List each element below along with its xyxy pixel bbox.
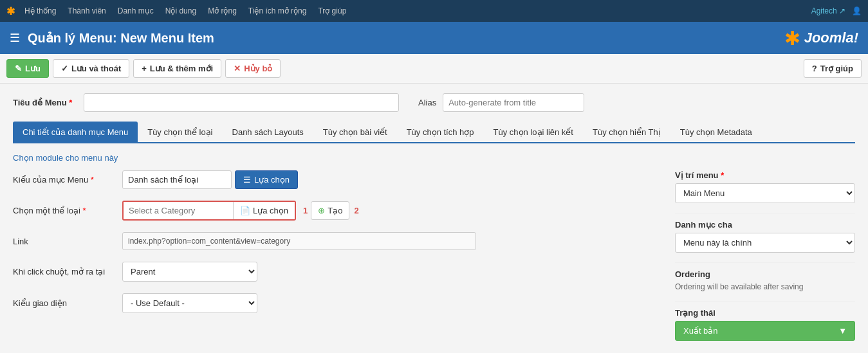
- lua-chon-cat-button[interactable]: 📄 Lựa chọn: [233, 202, 295, 219]
- divider-1: [675, 213, 855, 213]
- file-icon: 📄: [240, 206, 250, 215]
- tab-tichgop[interactable]: Tùy chọn tích hợp: [397, 122, 484, 142]
- khi-click-controls: Parent: [122, 262, 257, 282]
- danh-muc-cha-label: Danh mục cha: [675, 220, 855, 230]
- header-bar: ☰ Quản lý Menu: New Menu Item ✱ Joomla!: [0, 22, 868, 54]
- page-title: Quản lý Menu: New Menu Item: [28, 30, 784, 46]
- toolbar: ✎ Lưu ✓ Lưu và thoát + Lưu & thêm mới ✕ …: [0, 54, 868, 84]
- joomla-logo: ✱ Joomla!: [784, 27, 858, 50]
- menu-title-label: Tiêu đề Menu *: [13, 98, 77, 107]
- category-select-area: 📄 Lựa chọn: [122, 201, 296, 221]
- title-alias-row: Tiêu đề Menu * Alias: [13, 93, 855, 112]
- required-marker: *: [69, 98, 72, 107]
- tao-button[interactable]: ⊕ Tạo: [311, 201, 349, 220]
- kieu-giao-dien-label: Kiểu giao diện: [13, 298, 116, 308]
- plus-circle-icon: ⊕: [318, 206, 325, 215]
- link-row: Link: [13, 232, 662, 250]
- divider-2: [675, 262, 855, 263]
- tab-lienket[interactable]: Tùy chọn loại liên kết: [484, 122, 583, 142]
- kieu-muc-menu-input: [122, 170, 232, 189]
- joomla-nav-logo: ✱: [6, 5, 15, 17]
- check-icon: ✓: [61, 64, 68, 73]
- nav-danh-muc[interactable]: Danh mục: [118, 6, 154, 15]
- vi-tri-menu-select[interactable]: Main Menu: [675, 183, 855, 203]
- save-button[interactable]: ✎ Lưu: [6, 59, 49, 78]
- trang-thai-select[interactable]: Xuất bản ▼: [675, 321, 855, 341]
- link-controls: [122, 232, 476, 250]
- tab-tuychon[interactable]: Tùy chọn thể loại: [138, 122, 222, 142]
- left-panel: Kiểu của mục Menu * ☰ Lựa chọn Chọn một …: [13, 170, 662, 350]
- joomla-brand-text: Joomla!: [804, 30, 858, 46]
- vi-tri-menu-section: Vị trí menu * Main Menu: [675, 170, 855, 203]
- nav-he-thong[interactable]: Hệ thống: [24, 6, 56, 15]
- save-icon: ✎: [15, 64, 22, 73]
- agitech-link[interactable]: Agitech ↗: [811, 6, 845, 15]
- user-icon[interactable]: 👤: [852, 6, 862, 15]
- khi-click-row: Khi click chuột, mở ra tại Parent: [13, 262, 662, 282]
- ordering-label: Ordering: [675, 269, 855, 279]
- kieu-muc-menu-row: Kiểu của mục Menu * ☰ Lựa chọn: [13, 170, 662, 189]
- nav-right-area: Agitech ↗ 👤: [811, 6, 862, 15]
- alias-input[interactable]: [443, 93, 584, 112]
- save-new-button[interactable]: + Lưu & thêm mới: [133, 59, 221, 78]
- chon-module-link[interactable]: Chọn module cho menu này: [13, 150, 118, 169]
- chon-the-loai-controls: 📄 Lựa chọn 1 ⊕ Tạo 2: [122, 201, 359, 221]
- help-icon: ?: [812, 64, 817, 73]
- nav-tien-ich[interactable]: Tiện ích mở rộng: [248, 6, 307, 15]
- menu-title-input[interactable]: [84, 93, 399, 112]
- cancel-icon: ✕: [234, 64, 241, 73]
- main-content: Tiêu đề Menu * Alias Chi tiết của danh m…: [0, 84, 868, 353]
- kieu-muc-menu-controls: ☰ Lựa chọn: [122, 170, 298, 189]
- kieu-giao-dien-row: Kiểu giao diện - Use Default -: [13, 293, 662, 313]
- tab-layouts[interactable]: Danh sách Layouts: [223, 122, 313, 142]
- nav-menu: Hệ thống Thành viên Danh mục Nội dung Mở…: [24, 6, 811, 15]
- nav-mo-rong[interactable]: Mở rộng: [208, 6, 237, 15]
- badge-2: 2: [354, 206, 358, 215]
- help-button[interactable]: ? Trợ giúp: [804, 59, 862, 78]
- kieu-giao-dien-controls: - Use Default -: [122, 293, 257, 313]
- trang-thai-section: Trạng thái Xuất bản ▼: [675, 308, 855, 341]
- danh-muc-cha-section: Danh mục cha Menu này là chính: [675, 220, 855, 253]
- kieu-muc-menu-label: Kiểu của mục Menu *: [13, 175, 116, 185]
- divider-3: [675, 301, 855, 302]
- nav-tro-giup[interactable]: Trợ giúp: [318, 6, 346, 15]
- dropdown-arrow-icon: ▼: [838, 326, 847, 336]
- save-close-button[interactable]: ✓ Lưu và thoát: [53, 59, 129, 78]
- tab-chitiet[interactable]: Chi tiết của danh mục Menu: [13, 122, 138, 142]
- tab-baiviet[interactable]: Tùy chọn bài viết: [313, 122, 397, 142]
- plus-icon: +: [142, 64, 147, 73]
- joomla-star-icon: ✱: [784, 27, 800, 50]
- khi-click-select[interactable]: Parent: [122, 262, 257, 282]
- danh-muc-cha-select[interactable]: Menu này là chính: [675, 233, 855, 253]
- link-input: [122, 232, 476, 250]
- hamburger-icon: ☰: [10, 31, 20, 45]
- tab-hienthi[interactable]: Tùy chọn hiển Thị: [583, 122, 670, 142]
- khi-click-label: Khi click chuột, mở ra tại: [13, 267, 116, 276]
- nav-noi-dung[interactable]: Nội dung: [165, 6, 196, 15]
- top-navigation: ✱ Hệ thống Thành viên Danh mục Nội dung …: [0, 0, 868, 22]
- tab-bar: Chi tiết của danh mục Menu Tùy chọn thể …: [13, 122, 855, 143]
- trang-thai-label: Trạng thái: [675, 308, 855, 318]
- ordering-text: Ordering will be available after saving: [675, 282, 855, 291]
- lua-chon-kieu-button[interactable]: ☰ Lựa chọn: [235, 170, 298, 189]
- badge-1: 1: [303, 206, 308, 215]
- nav-thanh-vien[interactable]: Thành viên: [68, 6, 106, 15]
- alias-label: Alias: [418, 98, 436, 107]
- chon-the-loai-label: Chọn một thể loại *: [13, 206, 116, 215]
- category-input[interactable]: [124, 202, 233, 219]
- link-label: Link: [13, 237, 116, 246]
- ordering-section: Ordering Ordering will be available afte…: [675, 269, 855, 291]
- tab-metadata[interactable]: Tùy chọn Metadata: [670, 122, 762, 142]
- list-icon: ☰: [243, 175, 251, 185]
- kieu-giao-dien-select[interactable]: - Use Default -: [122, 293, 257, 313]
- chon-the-loai-row: Chọn một thể loại * 📄 Lựa chọn 1 ⊕ T: [13, 201, 662, 221]
- vi-tri-menu-label: Vị trí menu *: [675, 170, 855, 180]
- right-panel: Vị trí menu * Main Menu Danh mục cha Men…: [675, 170, 855, 350]
- cancel-button[interactable]: ✕ Hủy bỏ: [225, 59, 281, 78]
- content-panels: Kiểu của mục Menu * ☰ Lựa chọn Chọn một …: [13, 170, 855, 350]
